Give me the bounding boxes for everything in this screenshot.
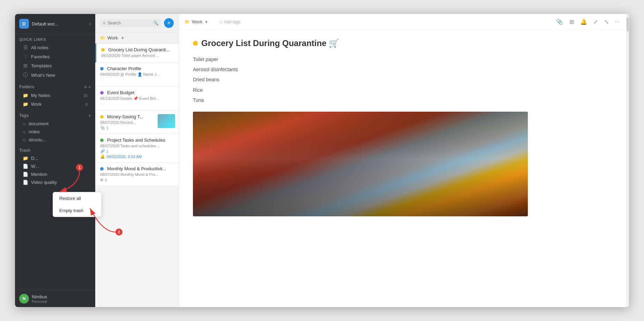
note-thumb-money: [158, 114, 175, 128]
note-item-grocery[interactable]: Grocery List During Quaranti... 09/10/20…: [95, 44, 179, 62]
sidebar-footer[interactable]: N Nimbus Personal: [15, 290, 95, 307]
add-tags-button[interactable]: ◇ Add tags: [219, 20, 240, 24]
sidebar-item-favorites[interactable]: ♡Favorites: [19, 52, 91, 61]
note-title-project: Project Tasks and Schedules: [100, 137, 174, 143]
add-tag-icon[interactable]: +: [88, 113, 91, 118]
bell-icon-toolbar[interactable]: 🔔: [579, 17, 588, 26]
tag-icon-structu: ◇: [23, 137, 26, 142]
note-item-money[interactable]: Money-Saving T... 08/07/2020 Record... 📎…: [95, 111, 179, 134]
trash-item-video-quality[interactable]: 📄Video quality: [19, 178, 91, 186]
note-meta-project: 08/07/2020 Tasks and schedules ...: [100, 144, 174, 148]
fullscreen-icon[interactable]: ⤡: [603, 17, 610, 26]
sidebar-toggle-icon[interactable]: ‹: [89, 21, 91, 27]
trash-item-mention[interactable]: 📄Mention: [19, 170, 91, 178]
note-grid-monthly: ⊞ 3: [100, 178, 174, 182]
my-notes-folder-icon: 📁: [23, 93, 28, 98]
note-item-character[interactable]: Character Profile 09/09/2020 @ Profile 👤…: [95, 62, 179, 87]
note-heart-event: ♡: [100, 102, 174, 107]
nimbus-avatar: N: [19, 294, 29, 304]
quick-links-title: Quick Links: [19, 37, 91, 42]
sidebar-item-templates[interactable]: ⊞Templates: [19, 61, 91, 70]
favorites-icon: ♡: [23, 54, 28, 59]
folder-icon-small: 📁: [100, 36, 105, 40]
workspace-name: Default wor...: [32, 21, 87, 27]
toolbar-actions: 📎 ⊞ 🔔 ⤢ ⤡ ···: [555, 17, 621, 26]
breadcrumb-chevron-icon: ▼: [204, 20, 208, 24]
templates-icon: ⊞: [23, 63, 28, 68]
grocery-shelf-image: [193, 112, 528, 216]
tag-icon-main: ◇: [219, 20, 223, 24]
tag-notes[interactable]: ◇notes: [19, 128, 91, 136]
sidebar-item-work[interactable]: 📁 Work 6: [19, 100, 91, 109]
trash-section: Trash 📁D... 📄W... 📄Mention 📄Video qualit…: [15, 145, 95, 188]
note-item-project[interactable]: Project Tasks and Schedules 08/07/2020 T…: [95, 134, 179, 163]
tags-title: Tags: [19, 113, 29, 118]
empty-trash-button[interactable]: Empty trash: [53, 204, 101, 217]
note-heart-character: ♡: [100, 78, 174, 83]
scrollbar-thumb: [627, 17, 629, 31]
main-content: 📁 Work ▼ ◇ Add tags 📎 ⊞ 🔔 ⤢ ⤡ ···: [179, 14, 626, 307]
note-title-dot: [193, 41, 198, 46]
tags-section: Tags + ◇document ◇notes ◇structu...: [15, 110, 95, 145]
breadcrumb-folder-icon: 📁: [185, 20, 190, 24]
folder-chevron-icon: ▼: [121, 36, 125, 40]
note-line-5: Tuna: [193, 96, 612, 105]
note-line-4: Rice: [193, 86, 612, 95]
search-input[interactable]: [107, 21, 151, 25]
note-dot-yellow2: [100, 115, 104, 119]
nimbus-name: Nimbus: [32, 294, 47, 299]
note-dot-purple: [100, 91, 104, 95]
my-notes-badge: 16: [83, 94, 88, 98]
breadcrumb-folder-name[interactable]: Work: [192, 19, 202, 24]
note-dot-green: [100, 139, 104, 142]
add-note-button[interactable]: +: [164, 18, 174, 28]
note-dot-blue: [100, 67, 104, 70]
note-title-money: Money-Saving T...: [100, 114, 154, 119]
note-item-event[interactable]: Event Budget 08/13/2020 Details 📌 Event …: [95, 87, 179, 111]
grid-view-icon[interactable]: ⊞: [568, 17, 575, 26]
folders-header: Folders ≡ +: [19, 84, 91, 90]
search-box[interactable]: ≡ 🔍: [100, 19, 161, 27]
note-title-character: Character Profile: [100, 66, 174, 71]
note-main-title: Grocery List During Quarantine 🛒: [193, 38, 612, 48]
note-list-folder-header[interactable]: 📁 Work ▼: [95, 32, 179, 44]
note-line-3: Dried beans: [193, 75, 612, 84]
whats-new-icon: ⓘ: [23, 72, 28, 78]
more-options-icon[interactable]: ···: [614, 18, 621, 26]
note-meta-monthly: 08/07/2020 Monthly Mood & Pro...: [100, 172, 174, 177]
work-badge: 6: [85, 102, 88, 106]
trash-item-w[interactable]: 📄W...: [19, 162, 91, 170]
sidebar-item-my-notes[interactable]: 📁 My Notes 16: [19, 91, 91, 100]
note-line-1: Toilet paper: [193, 55, 612, 64]
tag-document[interactable]: ◇document: [19, 120, 91, 128]
context-menu: Restore all Empty trash: [53, 192, 102, 217]
note-line-2: Aerosol disinfectants: [193, 65, 612, 74]
note-meta-character: 09/09/2020 @ Profile 👤 Name J...: [100, 72, 174, 77]
tags-header: Tags +: [19, 113, 91, 118]
all-notes-icon: ☰: [23, 45, 28, 50]
attachment-icon[interactable]: 📎: [555, 17, 564, 26]
tag-icon: ◇: [23, 121, 26, 126]
note-list-folder-name: Work: [107, 35, 118, 40]
note-dot-yellow: [101, 48, 105, 52]
note-title-grocery: Grocery List During Quaranti...: [101, 47, 174, 52]
folders-actions[interactable]: ≡ +: [84, 84, 91, 90]
sidebar: D Default wor... ‹ Quick Links ☰All note…: [15, 14, 95, 307]
note-list-header: ≡ 🔍 +: [95, 14, 179, 32]
note-content-area: Grocery List During Quarantine 🛒 Toilet …: [179, 30, 626, 307]
note-list-panel: ≡ 🔍 + 📁 Work ▼ Grocery List During Quara…: [95, 14, 179, 307]
sidebar-item-all-notes[interactable]: ☰All notes: [19, 43, 91, 52]
sidebar-item-whats-new[interactable]: ⓘWhat's New: [19, 70, 91, 80]
trash-item-d[interactable]: 📁D...: [19, 154, 91, 162]
tag-structu[interactable]: ◇structu...: [19, 136, 91, 144]
scrollbar[interactable]: [626, 14, 629, 307]
bell-icon: 🔔: [100, 154, 105, 159]
note-dot-blue2: [100, 167, 104, 171]
note-title-monthly: Monthly Mood & Productivit...: [100, 166, 174, 171]
restore-all-button[interactable]: Restore all: [53, 192, 101, 204]
note-attachments-project: 🔗 1: [100, 149, 174, 154]
note-body: Toilet paper Aerosol disinfectants Dried…: [193, 55, 612, 105]
share-icon[interactable]: ⤢: [592, 17, 599, 26]
sidebar-header: D Default wor... ‹: [15, 14, 95, 34]
note-item-monthly[interactable]: Monthly Mood & Productivit... 08/07/2020…: [95, 163, 179, 186]
